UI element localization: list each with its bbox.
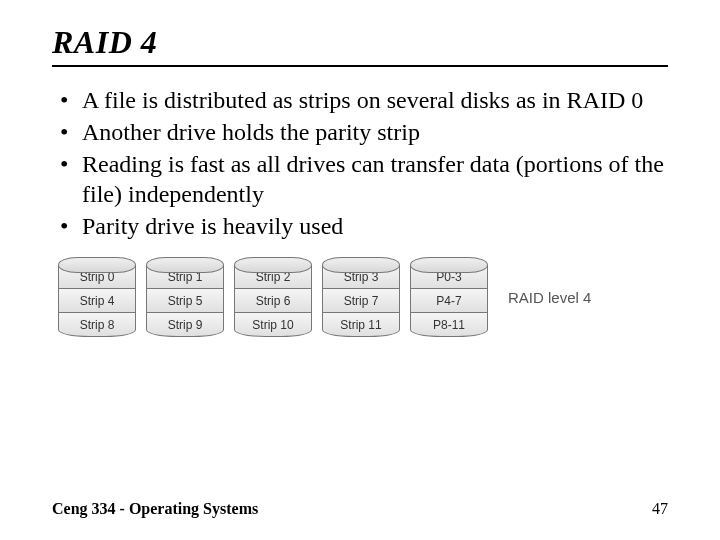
parity-disk: P0-3 P4-7 P8-11 [410, 257, 488, 337]
strip-label: Strip 9 [146, 313, 224, 337]
raid-level-label: RAID level 4 [508, 289, 591, 306]
slide-title: RAID 4 [52, 24, 668, 61]
disk: Strip 3 Strip 7 Strip 11 [322, 257, 400, 337]
strip-label: Strip 5 [146, 289, 224, 313]
bullet-item: Parity drive is heavily used [82, 211, 668, 241]
slide: RAID 4 A file is distributed as strips o… [0, 0, 720, 540]
disk-top-icon [234, 257, 312, 273]
bullet-item: A file is distributed as strips on sever… [82, 85, 668, 115]
footer: Ceng 334 - Operating Systems 47 [52, 500, 668, 518]
strip-label: Strip 6 [234, 289, 312, 313]
footer-course: Ceng 334 - Operating Systems [52, 500, 258, 518]
strip-label: Strip 4 [58, 289, 136, 313]
raid-diagram: Strip 0 Strip 4 Strip 8 Strip 1 Strip 5 … [52, 257, 668, 337]
disk-top-icon [58, 257, 136, 273]
strip-label: Strip 7 [322, 289, 400, 313]
disk: Strip 0 Strip 4 Strip 8 [58, 257, 136, 337]
title-divider [52, 65, 668, 67]
disk: Strip 2 Strip 6 Strip 10 [234, 257, 312, 337]
page-number: 47 [652, 500, 668, 518]
bullet-item: Reading is fast as all drives can transf… [82, 149, 668, 209]
parity-strip-label: P4-7 [410, 289, 488, 313]
disk-row: Strip 0 Strip 4 Strip 8 Strip 1 Strip 5 … [58, 257, 488, 337]
bullet-list: A file is distributed as strips on sever… [52, 85, 668, 241]
strip-label: Strip 11 [322, 313, 400, 337]
disk: Strip 1 Strip 5 Strip 9 [146, 257, 224, 337]
disk-top-icon [322, 257, 400, 273]
parity-strip-label: P8-11 [410, 313, 488, 337]
strip-label: Strip 10 [234, 313, 312, 337]
disk-top-icon [146, 257, 224, 273]
disk-top-icon [410, 257, 488, 273]
strip-label: Strip 8 [58, 313, 136, 337]
bullet-item: Another drive holds the parity strip [82, 117, 668, 147]
